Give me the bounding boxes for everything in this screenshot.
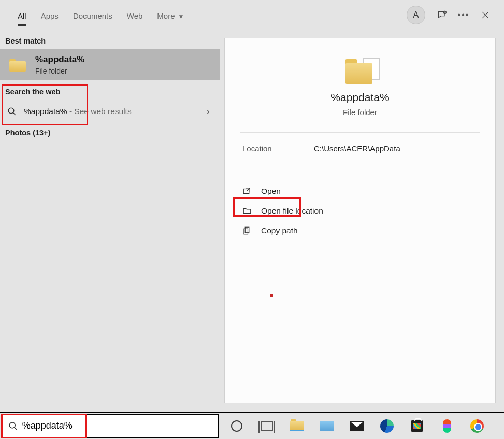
tab-documents[interactable]: Documents <box>66 3 120 27</box>
web-search-result[interactable]: %appdata% - See web results › <box>0 100 220 122</box>
task-view-icon[interactable] <box>259 418 275 434</box>
location-value[interactable]: C:\Users\ACER\AppData <box>314 144 400 153</box>
tab-apps[interactable]: Apps <box>34 3 66 27</box>
annotation-dot <box>270 294 273 297</box>
svg-point-0 <box>443 11 446 13</box>
file-explorer-icon[interactable] <box>289 418 305 434</box>
best-match-result[interactable]: %appdata% File folder <box>0 49 220 80</box>
monitor-app-icon[interactable] <box>319 418 335 434</box>
ms-store-icon[interactable] <box>409 418 425 434</box>
folder-icon <box>344 58 376 85</box>
svg-rect-4 <box>244 229 248 234</box>
search-icon <box>8 421 18 431</box>
mail-icon[interactable] <box>349 418 365 434</box>
search-input[interactable] <box>22 420 211 431</box>
svg-point-1 <box>8 108 14 114</box>
tab-all[interactable]: All <box>10 3 34 27</box>
taskbar-tray <box>219 418 485 434</box>
filter-tabs: All Apps Documents Web More▼ <box>4 3 191 27</box>
feedback-icon[interactable] <box>437 10 447 20</box>
open-file-location-label: Open file location <box>261 206 323 216</box>
preview-pane-wrap: %appdata% File folder Location C:\Users\… <box>220 30 504 412</box>
svg-point-5 <box>9 422 15 428</box>
close-icon[interactable] <box>480 10 491 20</box>
best-match-title: %appdata% <box>35 54 84 65</box>
open-label: Open <box>261 187 281 196</box>
folder-open-icon <box>242 206 252 216</box>
taskbar <box>0 412 504 439</box>
user-avatar[interactable]: A <box>407 6 425 24</box>
search-icon <box>7 107 17 116</box>
open-file-location-action[interactable]: Open file location <box>235 201 485 221</box>
search-header: All Apps Documents Web More▼ A ••• <box>0 0 504 30</box>
folder-icon <box>9 58 26 72</box>
preview-pane: %appdata% File folder Location C:\Users\… <box>224 38 496 403</box>
figma-icon[interactable] <box>439 418 455 434</box>
location-label: Location <box>242 144 314 153</box>
tab-more[interactable]: More▼ <box>150 3 191 27</box>
web-suffix: - See web results <box>67 107 132 116</box>
chevron-down-icon: ▼ <box>178 13 184 20</box>
edge-icon[interactable] <box>379 418 395 434</box>
copy-icon <box>242 226 252 235</box>
preview-subtitle: File folder <box>225 108 495 117</box>
copy-path-action[interactable]: Copy path <box>235 221 485 240</box>
web-heading: Search the web <box>0 80 220 100</box>
cortana-icon[interactable] <box>229 418 244 434</box>
results-pane: Best match %appdata% File folder Search … <box>0 30 220 412</box>
taskbar-search[interactable] <box>1 414 219 438</box>
web-term: %appdata% <box>24 107 67 116</box>
open-icon <box>242 187 252 196</box>
tab-web[interactable]: Web <box>120 3 150 27</box>
svg-rect-3 <box>245 227 249 233</box>
best-match-subtitle: File folder <box>35 67 84 75</box>
open-action[interactable]: Open <box>235 181 485 201</box>
copy-path-label: Copy path <box>261 226 298 235</box>
best-match-heading: Best match <box>0 30 220 49</box>
chevron-right-icon: › <box>206 105 210 117</box>
chrome-icon[interactable] <box>469 418 485 434</box>
preview-title: %appdata% <box>225 91 495 104</box>
more-options-icon[interactable]: ••• <box>458 10 469 20</box>
photos-heading[interactable]: Photos (13+) <box>0 122 220 141</box>
